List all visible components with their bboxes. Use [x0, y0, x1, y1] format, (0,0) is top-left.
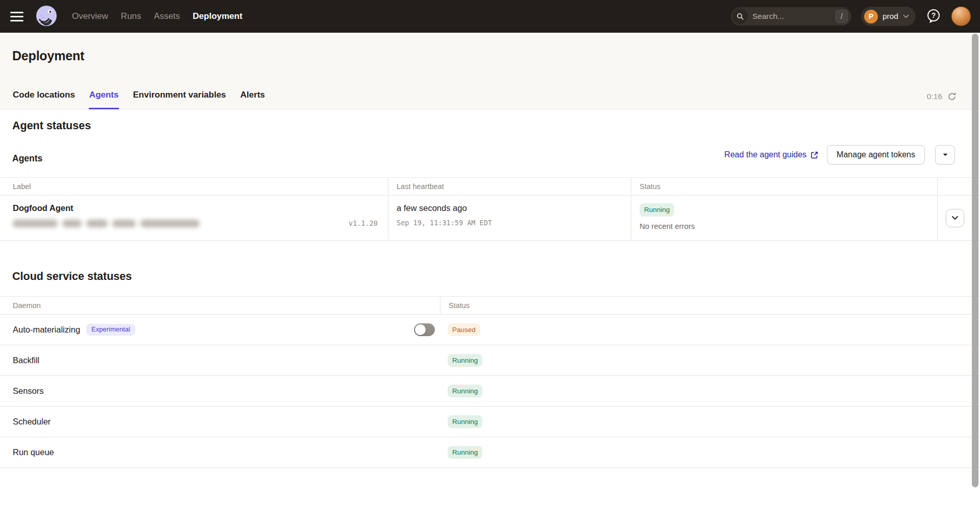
status-badge: Running [640, 203, 674, 217]
daemons-table: Daemon Status Auto-materializing Experim… [0, 296, 980, 468]
cloud-statuses-heading: Cloud service statuses [12, 270, 132, 283]
nav-item-runs[interactable]: Runs [121, 11, 141, 21]
status-badge: Running [448, 354, 482, 367]
daemon-status-cell: Running [440, 407, 980, 437]
auto-materializing-toggle[interactable] [414, 323, 435, 336]
daemon-name: Run queue [13, 447, 54, 457]
top-nav: Overview Runs Assets Deployment / P prod [0, 0, 980, 33]
toggle-knob [415, 324, 426, 335]
caret-down-icon [943, 153, 948, 156]
agent-id-redacted [13, 220, 200, 227]
agent-guides-link-label: Read the agent guides [724, 150, 806, 159]
refresh-control[interactable]: 0:16 [927, 92, 957, 101]
help-icon[interactable]: ? [925, 8, 942, 25]
search-icon [732, 9, 748, 24]
status-badge: Running [448, 385, 482, 398]
expand-row-button[interactable] [946, 209, 964, 227]
agents-table: Label Last heartbeat Status Dogfood Agen… [0, 177, 980, 241]
tab-alerts[interactable]: Alerts [240, 90, 265, 109]
agents-table-header: Label Last heartbeat Status [0, 177, 980, 196]
table-row: Scheduler Running [0, 407, 980, 437]
daemon-name: Auto-materializing [13, 325, 80, 335]
table-row: Run queue Running [0, 437, 980, 468]
table-row: Auto-materializing Experimental Paused [0, 315, 980, 345]
agent-controls: Read the agent guides Manage agent token… [724, 145, 955, 164]
deployment-switcher[interactable]: P prod [861, 7, 916, 26]
page-title: Deployment [12, 49, 84, 63]
daemon-name: Sensors [13, 386, 44, 396]
chevron-down-icon [952, 216, 958, 220]
daemon-cell: Scheduler [0, 407, 440, 437]
column-header-last-heartbeat: Last heartbeat [388, 178, 631, 195]
refresh-timer: 0:16 [927, 92, 942, 101]
table-row: Backfill Running [0, 345, 980, 376]
daemon-cell: Auto-materializing Experimental [0, 315, 440, 345]
nav-item-assets[interactable]: Assets [154, 11, 180, 21]
menu-icon[interactable] [10, 12, 23, 21]
nav-item-deployment[interactable]: Deployment [193, 11, 242, 21]
search-input-container[interactable]: / [731, 7, 851, 26]
search-shortcut-key: / [836, 10, 848, 23]
table-row: Sensors Running [0, 376, 980, 407]
refresh-icon [947, 92, 957, 101]
agent-statuses-heading: Agent statuses [12, 120, 91, 132]
search-input[interactable] [752, 12, 836, 21]
daemons-table-header: Daemon Status [0, 296, 980, 315]
experimental-badge: Experimental [86, 324, 135, 336]
daemon-status-cell: Running [440, 376, 980, 406]
svg-text:?: ? [932, 11, 936, 19]
manage-agent-tokens-button[interactable]: Manage agent tokens [827, 145, 925, 164]
daemon-cell: Sensors [0, 376, 440, 406]
tab-environment-variables[interactable]: Environment variables [132, 90, 226, 109]
status-badge: Paused [448, 323, 480, 337]
column-header-status: Status [631, 178, 937, 195]
agent-version: v1.1.20 [349, 219, 378, 227]
heartbeat-timestamp: Sep 19, 11:31:59 AM EDT [397, 219, 623, 227]
daemon-cell: Backfill [0, 345, 440, 375]
agent-label-cell: Dogfood Agent v1.1.20 [0, 196, 388, 240]
deployment-avatar: P [864, 10, 878, 23]
status-badge: Running [448, 415, 482, 429]
column-header-daemon: Daemon [0, 297, 440, 314]
daemon-status-cell: Running [440, 345, 980, 375]
heartbeat-relative: a few seconds ago [397, 203, 623, 213]
external-link-icon [810, 151, 819, 159]
deployment-name: prod [883, 12, 898, 21]
chevron-down-icon [903, 14, 909, 18]
daemon-cell: Run queue [0, 437, 440, 467]
agent-status-cell: Running No recent errors [631, 196, 937, 240]
scrollbar-thumb[interactable] [972, 34, 978, 487]
agent-heartbeat-cell: a few seconds ago Sep 19, 11:31:59 AM ED… [388, 196, 631, 240]
status-note: No recent errors [640, 222, 929, 230]
daemon-name: Backfill [13, 356, 39, 365]
daemon-status-cell: Running [440, 437, 980, 467]
agent-guides-link[interactable]: Read the agent guides [724, 150, 819, 159]
table-row: Dogfood Agent v1.1.20 a few seconds ago … [0, 196, 980, 241]
tab-code-locations[interactable]: Code locations [12, 90, 76, 109]
column-header-label: Label [0, 178, 388, 195]
agent-actions-dropdown-button[interactable] [935, 145, 955, 164]
nav-item-overview[interactable]: Overview [72, 11, 108, 21]
tab-agents[interactable]: Agents [89, 90, 119, 109]
column-header-status: Status [440, 297, 980, 314]
agents-subheading: Agents [12, 153, 42, 164]
daemon-status-cell: Paused [440, 315, 980, 345]
page-header: Deployment Code locations Agents Environ… [0, 33, 980, 109]
status-badge: Running [448, 446, 482, 459]
primary-nav: Overview Runs Assets Deployment [72, 11, 242, 21]
dagster-logo[interactable] [35, 5, 58, 28]
agent-name: Dogfood Agent [13, 203, 380, 213]
user-avatar[interactable] [951, 7, 971, 26]
daemon-name: Scheduler [13, 417, 51, 427]
tab-bar: Code locations Agents Environment variab… [12, 90, 265, 109]
